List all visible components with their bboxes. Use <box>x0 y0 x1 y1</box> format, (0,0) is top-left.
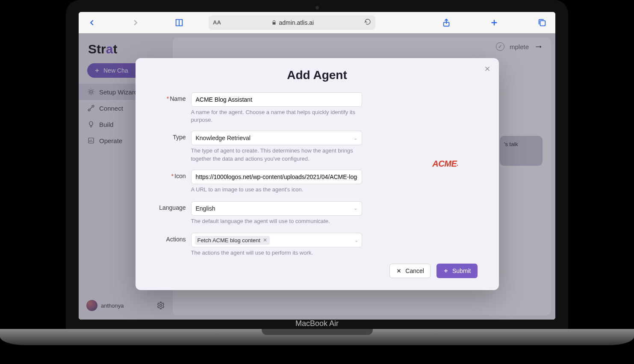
modal-title: Add Agent <box>157 68 478 82</box>
x-icon <box>396 268 402 274</box>
new-tab-icon[interactable] <box>490 18 499 27</box>
browser-toolbar: AA admin.atlis.ai <box>79 12 555 33</box>
laptop-frame: AA admin.atlis.ai <box>55 0 579 357</box>
label-name: *Name <box>157 92 191 102</box>
screen: AA admin.atlis.ai <box>79 12 555 320</box>
label-actions: Actions <box>157 233 191 243</box>
help-language: The default language the agent will use … <box>191 217 362 225</box>
reader-aa-icon[interactable]: AA <box>213 19 221 26</box>
book-icon[interactable] <box>174 18 184 27</box>
icon-preview: ACME. <box>426 159 465 169</box>
back-icon[interactable] <box>87 18 97 27</box>
svg-rect-4 <box>540 21 545 26</box>
label-language: Language <box>157 201 191 211</box>
laptop-base <box>0 329 634 345</box>
device-label: MacBook Air <box>295 319 339 328</box>
help-name: A name for the agent. Choose a name that… <box>191 109 362 124</box>
action-chip: Fetch ACME blog content ✕ <box>195 236 270 245</box>
field-row-name: *Name A name for the agent. Choose a nam… <box>157 92 478 124</box>
name-input[interactable] <box>191 92 362 107</box>
language-select[interactable]: English ⌄ <box>191 201 362 216</box>
field-row-actions: Actions Fetch ACME blog content ✕ ⌄ The … <box>157 233 478 257</box>
tabs-icon[interactable] <box>537 18 547 27</box>
help-icon: A URL to an image to use as the agent's … <box>191 186 362 194</box>
field-row-language: Language English ⌄ The default language … <box>157 201 478 225</box>
help-actions: The actions the agent will use to perfor… <box>191 249 362 257</box>
icon-url-input[interactable] <box>191 170 362 184</box>
submit-button[interactable]: Submit <box>436 264 478 278</box>
reload-icon[interactable] <box>364 18 371 27</box>
chevron-down-icon: ⌄ <box>354 205 357 211</box>
label-type: Type <box>157 131 191 141</box>
forward-icon <box>131 18 140 27</box>
actions-select[interactable]: Fetch ACME blog content ✕ ⌄ <box>191 233 362 247</box>
close-icon[interactable] <box>484 65 491 73</box>
field-row-type: Type Knowledge Retrieval ⌄ The type of a… <box>157 131 478 162</box>
field-row-icon: *Icon A URL to an image to use as the ag… <box>157 170 478 194</box>
share-icon[interactable] <box>442 18 451 27</box>
plus-icon <box>443 268 449 274</box>
label-icon: *Icon <box>157 170 191 179</box>
cancel-button[interactable]: Cancel <box>389 264 431 278</box>
camera-icon <box>316 6 319 9</box>
screen-bezel: AA admin.atlis.ai <box>66 0 568 331</box>
chip-remove-icon[interactable]: ✕ <box>263 237 267 243</box>
app-body: Strat New Cha Setup Wizard Connect <box>79 33 555 320</box>
add-agent-modal: Add Agent *Name A name for the agent. Ch… <box>136 58 499 290</box>
trackpad-notch <box>262 329 373 335</box>
chevron-down-icon: ⌄ <box>354 238 358 243</box>
url-bar[interactable]: AA admin.atlis.ai <box>209 15 375 30</box>
type-select[interactable]: Knowledge Retrieval ⌄ <box>191 131 362 145</box>
modal-actions: Cancel Submit <box>157 264 478 278</box>
lock-icon <box>271 20 277 25</box>
url-text: admin.atlis.ai <box>279 19 314 26</box>
help-type: The type of agent to create. This determ… <box>191 147 362 162</box>
chevron-down-icon: ⌄ <box>354 135 357 141</box>
